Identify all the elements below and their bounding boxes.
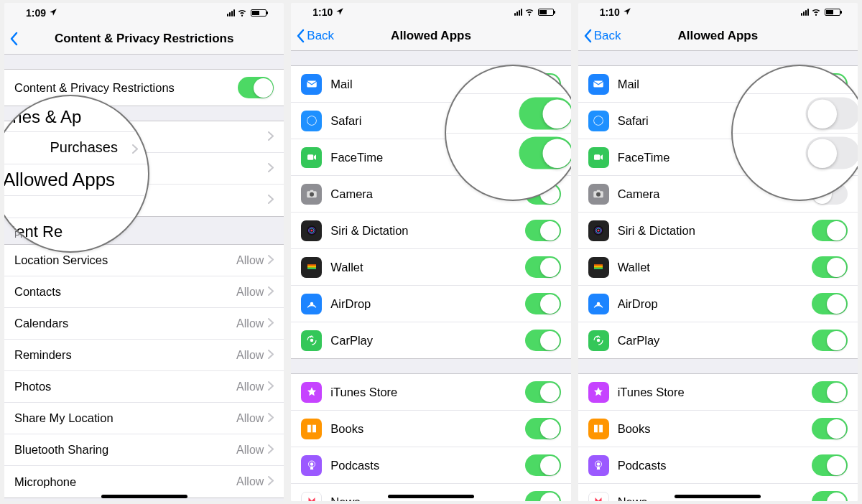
- svg-rect-19: [593, 81, 603, 88]
- app-label: Wallet: [618, 261, 812, 274]
- magnifier-toggles-off: [731, 65, 858, 201]
- toggle-siri-dictation[interactable]: [525, 220, 561, 241]
- app-label: iTunes Store: [330, 386, 524, 399]
- app-label: CarPlay: [330, 334, 524, 347]
- toggle-news[interactable]: [525, 491, 561, 501]
- row-label: Bluetooth Sharing: [14, 443, 236, 457]
- toggle-camera-mag: [519, 137, 571, 169]
- phone-screen-2: 1:10 Back Allowed Apps MailSafariFaceTim…: [291, 3, 570, 501]
- svg-rect-33: [594, 268, 603, 269]
- app-row-itunes-store[interactable]: iTunes Store: [291, 374, 570, 411]
- safari-icon: [301, 111, 322, 131]
- row-value: Allow: [236, 381, 264, 393]
- toggle-safari-mag: [519, 98, 571, 130]
- svg-point-2: [307, 116, 316, 125]
- svg-rect-14: [307, 268, 316, 269]
- chevron-icon: [268, 131, 274, 144]
- app-row-itunes-store[interactable]: iTunes Store: [578, 374, 858, 411]
- svg-point-29: [598, 230, 600, 232]
- chevron-icon: [268, 317, 274, 330]
- privacy-row-microphone[interactable]: MicrophoneAllow: [4, 466, 284, 498]
- toggle-airdrop[interactable]: [812, 293, 848, 314]
- mail-icon: [301, 74, 322, 95]
- page-title: Content & Privacy Restrictions: [10, 32, 278, 46]
- app-row-podcasts[interactable]: Podcasts: [578, 447, 858, 484]
- home-indicator[interactable]: [675, 495, 761, 498]
- home-indicator[interactable]: [388, 495, 474, 498]
- app-row-news[interactable]: News: [291, 484, 570, 501]
- app-row-books[interactable]: Books: [291, 411, 570, 447]
- toggle-carplay[interactable]: [812, 330, 848, 351]
- privacy-row-photos[interactable]: PhotosAllow: [4, 371, 284, 403]
- mag-allowed-apps-label: Allowed Apps: [4, 164, 148, 196]
- svg-rect-22: [594, 154, 600, 160]
- news-icon: [588, 492, 609, 501]
- back-button[interactable]: Back: [583, 29, 621, 43]
- safari-icon: [588, 111, 609, 131]
- toggle-safari-mag: [805, 98, 858, 130]
- back-label: Back: [594, 29, 621, 43]
- toggle-wallet[interactable]: [812, 256, 848, 278]
- app-row-airdrop[interactable]: AirDrop: [578, 286, 858, 322]
- row-value: Allow: [236, 317, 264, 330]
- page-title: Allowed Apps: [297, 29, 565, 43]
- app-label: CarPlay: [618, 334, 812, 347]
- app-row-siri-dictation[interactable]: Siri & Dictation: [578, 213, 858, 249]
- back-button[interactable]: Back: [295, 29, 334, 43]
- privacy-row-share-my-location[interactable]: Share My LocationAllow: [4, 403, 284, 434]
- toggle-itunes-store[interactable]: [525, 381, 561, 403]
- toggle-wallet[interactable]: [525, 256, 561, 278]
- privacy-row-contacts[interactable]: ContactsAllow: [4, 276, 284, 308]
- toggle-itunes-store[interactable]: [812, 381, 848, 403]
- star-icon: [588, 382, 609, 403]
- status-icons: [801, 6, 840, 19]
- app-label: iTunes Store: [618, 386, 812, 399]
- chevron-icon: [132, 138, 138, 158]
- toggle-carplay[interactable]: [525, 330, 561, 351]
- row-label: Contacts: [14, 285, 236, 299]
- toggle-books[interactable]: [525, 418, 561, 439]
- row-value: Allow: [236, 254, 264, 267]
- content-privacy-toggle[interactable]: [238, 77, 274, 98]
- app-label: AirDrop: [330, 297, 524, 311]
- privacy-row-bluetooth-sharing[interactable]: Bluetooth SharingAllow: [4, 434, 284, 466]
- app-row-siri-dictation[interactable]: Siri & Dictation: [291, 213, 570, 249]
- home-indicator[interactable]: [101, 495, 187, 498]
- svg-point-10: [310, 230, 312, 232]
- toggle-podcasts[interactable]: [525, 454, 561, 476]
- app-row-podcasts[interactable]: Podcasts: [291, 447, 570, 484]
- status-time: 1:09: [26, 7, 46, 19]
- privacy-row-calendars[interactable]: CalendarsAllow: [4, 308, 284, 340]
- toggle-airdrop[interactable]: [525, 293, 561, 314]
- svg-point-5: [310, 192, 314, 197]
- svg-point-17: [310, 462, 314, 466]
- app-row-airdrop[interactable]: AirDrop: [291, 286, 570, 322]
- status-time: 1:10: [600, 6, 620, 18]
- row-label: Reminders: [14, 348, 236, 362]
- wifi-icon: [524, 6, 534, 19]
- phone-screen-1: 1:09 Content & Privacy Restrictions Cont…: [4, 3, 284, 501]
- app-row-books[interactable]: Books: [578, 411, 858, 447]
- svg-point-36: [597, 462, 601, 466]
- back-button[interactable]: [9, 32, 19, 46]
- signal-icon: [227, 9, 235, 17]
- app-label: Books: [330, 422, 524, 436]
- toggle-siri-dictation[interactable]: [812, 220, 848, 241]
- privacy-row-reminders[interactable]: RemindersAllow: [4, 340, 284, 371]
- app-row-carplay[interactable]: CarPlay: [578, 322, 858, 358]
- app-row-news[interactable]: News: [578, 484, 858, 501]
- chevron-icon: [268, 444, 274, 457]
- book-icon: [588, 419, 609, 439]
- toggle-books[interactable]: [812, 418, 848, 439]
- carplay-icon: [301, 330, 322, 351]
- signal-icon: [514, 9, 522, 16]
- toggle-news[interactable]: [812, 491, 848, 501]
- privacy-row-location-services[interactable]: Location ServicesAllow: [4, 245, 284, 276]
- row-value: Allow: [236, 475, 264, 488]
- app-row-wallet[interactable]: Wallet: [578, 249, 858, 286]
- app-row-wallet[interactable]: Wallet: [291, 249, 570, 286]
- app-label: Siri & Dictation: [618, 224, 812, 238]
- chevron-icon: [268, 349, 274, 362]
- toggle-podcasts[interactable]: [812, 454, 848, 476]
- app-row-carplay[interactable]: CarPlay: [291, 322, 570, 358]
